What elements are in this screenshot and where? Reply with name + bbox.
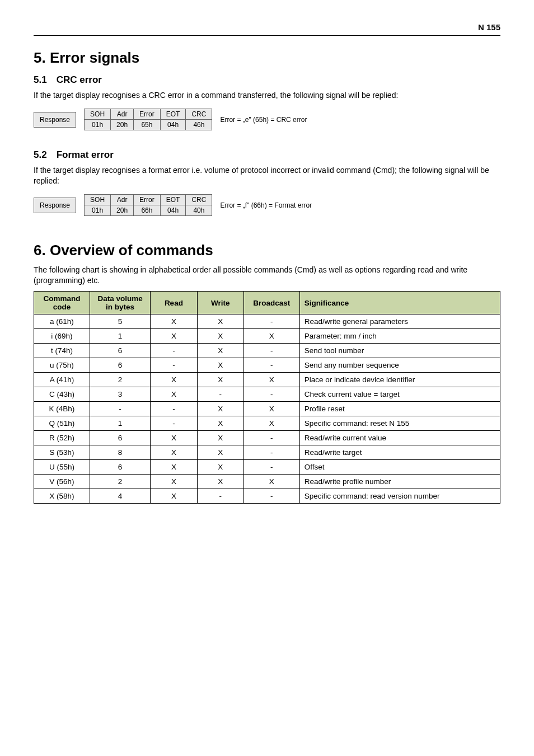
cell-cmd: R (52h) bbox=[34, 431, 90, 445]
cell-dv: 5 bbox=[90, 314, 150, 329]
cell-dv: 2 bbox=[90, 373, 150, 387]
cell-dv: 1 bbox=[90, 329, 150, 344]
cell-dv: 8 bbox=[90, 445, 150, 460]
val-error: 65h bbox=[134, 119, 161, 130]
table-row: V (56h)2XXXRead/write profile number bbox=[34, 475, 500, 489]
cell-dv: - bbox=[90, 402, 150, 416]
response-note-52: Error = „f" (66h) = Format error bbox=[220, 201, 312, 209]
val-eot: 04h bbox=[160, 119, 186, 130]
cell-sig: Send any number sequence bbox=[299, 358, 500, 373]
section52-intro: If the target display recognises a forma… bbox=[34, 165, 500, 186]
col-crc: CRC bbox=[186, 194, 212, 205]
cell-r: - bbox=[151, 416, 197, 431]
cell-r: X bbox=[151, 373, 197, 387]
cell-dv: 6 bbox=[90, 344, 150, 358]
cell-sig: Offset bbox=[299, 460, 500, 475]
cell-dv: 4 bbox=[90, 489, 150, 504]
table-row: K (4Bh)--XXProfile reset bbox=[34, 402, 500, 416]
response-label-51: Response bbox=[34, 112, 76, 128]
table-row: U (55h)6XX-Offset bbox=[34, 460, 500, 475]
cell-r: X bbox=[151, 445, 197, 460]
val-eot: 04h bbox=[160, 205, 186, 215]
cell-dv: 1 bbox=[90, 416, 150, 431]
cell-w: X bbox=[197, 329, 243, 344]
cell-b: - bbox=[243, 387, 299, 402]
val-soh: 01h bbox=[85, 205, 111, 215]
val-adr: 20h bbox=[111, 119, 134, 130]
cell-w: X bbox=[197, 475, 243, 489]
cell-r: X bbox=[151, 431, 197, 445]
table-row: a (61h)5XX-Read/write general parameters bbox=[34, 314, 500, 329]
cell-b: - bbox=[243, 460, 299, 475]
cell-cmd: S (53h) bbox=[34, 445, 90, 460]
response-table-51: SOH Adr Error EOT CRC 01h 20h 65h 04h 46… bbox=[84, 109, 212, 130]
col-soh: SOH bbox=[85, 194, 111, 205]
cell-r: X bbox=[151, 475, 197, 489]
section6-title: 6. Overview of commands bbox=[34, 242, 500, 259]
cell-r: X bbox=[151, 489, 197, 504]
cell-dv: 6 bbox=[90, 431, 150, 445]
cell-r: - bbox=[151, 358, 197, 373]
cell-cmd: i (69h) bbox=[34, 329, 90, 344]
cell-dv: 6 bbox=[90, 460, 150, 475]
col-error: Error bbox=[134, 109, 161, 119]
table-row: Q (51h)1-XXSpecific command: reset N 155 bbox=[34, 416, 500, 431]
col-eot: EOT bbox=[160, 109, 186, 119]
cell-cmd: K (4Bh) bbox=[34, 402, 90, 416]
cell-sig: Specific command: reset N 155 bbox=[299, 416, 500, 431]
cell-b: - bbox=[243, 314, 299, 329]
table-row: X (58h)4X--Specific command: read versio… bbox=[34, 489, 500, 504]
section51-heading: 5.1 CRC error bbox=[34, 74, 500, 86]
cell-b: - bbox=[243, 489, 299, 504]
section5-title: 5. Error signals bbox=[34, 49, 500, 67]
table-row: i (69h)1XXXParameter: mm / inch bbox=[34, 329, 500, 344]
cell-b: X bbox=[243, 475, 299, 489]
table-row: R (52h)6XX-Read/write current value bbox=[34, 431, 500, 445]
cell-sig: Profile reset bbox=[299, 402, 500, 416]
cell-sig: Place or indicate device identifier bbox=[299, 373, 500, 387]
cell-w: X bbox=[197, 402, 243, 416]
table-row: u (75h)6-X-Send any number sequence bbox=[34, 358, 500, 373]
cell-cmd: C (43h) bbox=[34, 387, 90, 402]
cell-w: X bbox=[197, 373, 243, 387]
cell-b: - bbox=[243, 344, 299, 358]
cell-w: X bbox=[197, 416, 243, 431]
col-soh: SOH bbox=[85, 109, 111, 119]
section6-intro: The following chart is showing in alphab… bbox=[34, 265, 500, 286]
cell-cmd: A (41h) bbox=[34, 373, 90, 387]
cell-r: - bbox=[151, 402, 197, 416]
cell-w: X bbox=[197, 460, 243, 475]
col-adr: Adr bbox=[111, 194, 134, 205]
cell-cmd: V (56h) bbox=[34, 475, 90, 489]
commands-table: Command code Data volume in bytes Read W… bbox=[34, 291, 500, 504]
response-table-52: SOH Adr Error EOT CRC 01h 20h 66h 04h 40… bbox=[84, 194, 212, 216]
section52-text: Format error bbox=[57, 149, 114, 160]
table-row: t (74h)6-X-Send tool number bbox=[34, 344, 500, 358]
val-error: 66h bbox=[134, 205, 161, 215]
cell-dv: 2 bbox=[90, 475, 150, 489]
section51-text: CRC error bbox=[57, 74, 102, 85]
col-eot: EOT bbox=[160, 194, 186, 205]
cell-sig: Read/write profile number bbox=[299, 475, 500, 489]
section51-intro: If the target display recognises a CRC e… bbox=[34, 90, 500, 101]
th-significance: Significance bbox=[299, 292, 500, 314]
cell-w: X bbox=[197, 445, 243, 460]
cell-w: X bbox=[197, 431, 243, 445]
cell-b: X bbox=[243, 402, 299, 416]
cell-cmd: u (75h) bbox=[34, 358, 90, 373]
cell-cmd: X (58h) bbox=[34, 489, 90, 504]
cell-dv: 3 bbox=[90, 387, 150, 402]
val-crc: 40h bbox=[186, 205, 212, 215]
cell-b: - bbox=[243, 431, 299, 445]
cell-w: X bbox=[197, 358, 243, 373]
cell-b: X bbox=[243, 416, 299, 431]
cell-sig: Read/write general parameters bbox=[299, 314, 500, 329]
cell-r: X bbox=[151, 329, 197, 344]
cell-r: X bbox=[151, 387, 197, 402]
cell-b: X bbox=[243, 329, 299, 344]
cell-b: - bbox=[243, 358, 299, 373]
cell-w: - bbox=[197, 489, 243, 504]
th-command: Command code bbox=[34, 292, 90, 314]
cell-sig: Read/write current value bbox=[299, 431, 500, 445]
section52-heading: 5.2 Format error bbox=[34, 149, 500, 161]
